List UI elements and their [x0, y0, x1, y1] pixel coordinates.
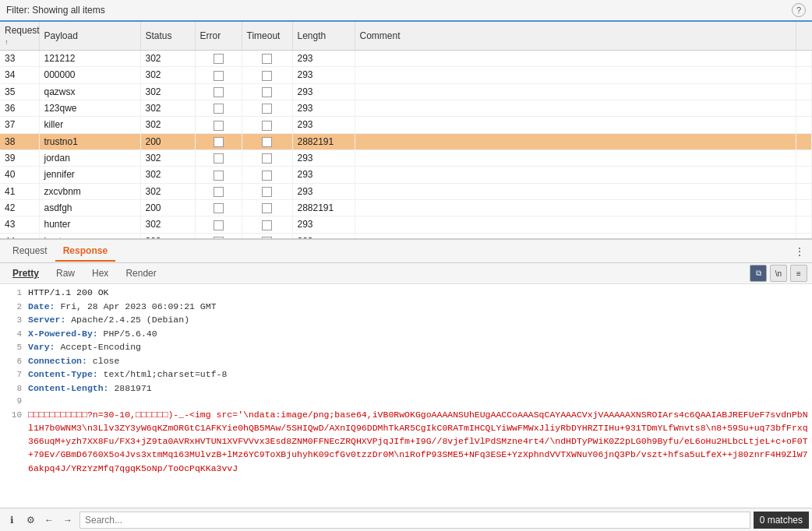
- sub-tab-pretty[interactable]: Pretty: [5, 266, 47, 281]
- checkbox[interactable]: [214, 220, 224, 230]
- sub-tab-raw[interactable]: Raw: [48, 266, 83, 281]
- cell-timeout[interactable]: [242, 216, 292, 233]
- table-row[interactable]: 35qazwsx302293: [0, 83, 812, 100]
- cell-error[interactable]: [195, 67, 242, 83]
- checkbox[interactable]: [262, 137, 272, 147]
- checkbox[interactable]: [214, 187, 224, 197]
- checkbox[interactable]: [214, 104, 224, 114]
- checkbox[interactable]: [262, 54, 272, 64]
- table-row[interactable]: 36123qwe302293: [0, 100, 812, 116]
- checkbox[interactable]: [214, 87, 224, 97]
- copy-icon-btn[interactable]: ⧉: [750, 265, 767, 282]
- checkbox[interactable]: [262, 87, 272, 97]
- checkbox[interactable]: [214, 171, 224, 181]
- cell-error[interactable]: [195, 51, 242, 67]
- response-line: 6Connection: close: [0, 354, 812, 368]
- tab-response[interactable]: Response: [55, 241, 115, 262]
- checkbox[interactable]: [262, 203, 272, 213]
- cell-payload: hunter: [39, 216, 140, 233]
- cell-length: 2882191: [292, 199, 355, 216]
- col-comment[interactable]: Comment: [355, 22, 796, 51]
- checkbox[interactable]: [214, 137, 224, 147]
- checkbox[interactable]: [262, 171, 272, 181]
- table-row[interactable]: 37killer302293: [0, 117, 812, 133]
- checkbox[interactable]: [262, 121, 272, 131]
- col-length[interactable]: Length: [292, 22, 355, 51]
- table-row[interactable]: 33121212302293: [0, 51, 812, 67]
- cell-error[interactable]: [195, 100, 242, 116]
- cell-timeout[interactable]: [242, 183, 292, 199]
- col-timeout[interactable]: Timeout: [242, 22, 292, 51]
- cell-length: 293: [292, 100, 355, 116]
- cell-timeout[interactable]: [242, 67, 292, 83]
- col-request[interactable]: Request ↑: [0, 22, 39, 51]
- response-line: 9: [0, 395, 812, 408]
- cell-timeout[interactable]: [242, 117, 292, 133]
- checkbox[interactable]: [214, 71, 224, 81]
- sub-tab-hex[interactable]: Hex: [84, 266, 116, 281]
- line-number: 5: [3, 341, 22, 354]
- table-row[interactable]: 40jennifer302293: [0, 167, 812, 183]
- checkbox[interactable]: [262, 71, 272, 81]
- table-row[interactable]: 34000000302293: [0, 67, 812, 83]
- col-error[interactable]: Error: [195, 22, 242, 51]
- cell-timeout[interactable]: [242, 133, 292, 149]
- tab-request[interactable]: Request: [5, 241, 55, 262]
- checkbox[interactable]: [214, 203, 224, 213]
- search-in-response-btn[interactable]: \n: [770, 265, 787, 282]
- cell-timeout[interactable]: [242, 233, 292, 240]
- checkbox[interactable]: [262, 153, 272, 164]
- cell-error[interactable]: [195, 167, 242, 183]
- checkbox[interactable]: [214, 237, 224, 240]
- table-row[interactable]: 44buster302293: [0, 233, 812, 240]
- cell-timeout[interactable]: [242, 83, 292, 100]
- filter-help-icon[interactable]: ?: [792, 3, 806, 17]
- line-number: 9: [3, 395, 22, 408]
- table-row[interactable]: 42asdfgh2002882191: [0, 199, 812, 216]
- table-row[interactable]: 41zxcvbnm302293: [0, 183, 812, 199]
- cell-timeout[interactable]: [242, 167, 292, 183]
- cell-error[interactable]: [195, 183, 242, 199]
- cell-error[interactable]: [195, 233, 242, 240]
- response-line: 10□□□□□□□□□□□?n=30-10,□□□□□□)-_-<img src…: [0, 408, 812, 475]
- col-status[interactable]: Status: [140, 22, 195, 51]
- cell-error[interactable]: [195, 133, 242, 149]
- info-icon[interactable]: ℹ: [3, 512, 20, 529]
- sub-tab-render[interactable]: Render: [118, 266, 164, 281]
- table-row[interactable]: 38trustno12002882191: [0, 133, 812, 149]
- cell-timeout[interactable]: [242, 149, 292, 166]
- checkbox[interactable]: [214, 153, 224, 164]
- sub-tab-bar: Pretty Raw Hex Render ⧉ \n ≡: [0, 263, 812, 284]
- checkbox[interactable]: [214, 121, 224, 131]
- cell-payload: qazwsx: [39, 83, 140, 100]
- checkbox[interactable]: [262, 187, 272, 197]
- cell-error[interactable]: [195, 149, 242, 166]
- cell-error[interactable]: [195, 199, 242, 216]
- cell-error[interactable]: [195, 83, 242, 100]
- table-row[interactable]: 43hunter302293: [0, 216, 812, 233]
- settings-gear-icon[interactable]: ⚙: [22, 512, 39, 529]
- settings-icon-btn[interactable]: ≡: [790, 265, 807, 282]
- checkbox[interactable]: [214, 54, 224, 64]
- table-row[interactable]: 39jordan302293: [0, 149, 812, 166]
- cell-error[interactable]: [195, 117, 242, 133]
- cell-extra: [796, 216, 812, 233]
- cell-timeout[interactable]: [242, 199, 292, 216]
- response-content: 1HTTP/1.1 200 OK2Date: Fri, 28 Apr 2023 …: [0, 284, 812, 508]
- cell-length: 293: [292, 149, 355, 166]
- checkbox[interactable]: [262, 237, 272, 240]
- back-icon[interactable]: ←: [41, 512, 58, 529]
- checkbox[interactable]: [262, 220, 272, 230]
- search-input[interactable]: [79, 512, 750, 529]
- col-payload[interactable]: Payload: [39, 22, 140, 51]
- cell-extra: [796, 133, 812, 149]
- cell-id: 44: [0, 233, 39, 240]
- panel-menu-icon[interactable]: ⋮: [792, 244, 807, 259]
- checkbox[interactable]: [262, 104, 272, 114]
- forward-icon[interactable]: →: [59, 512, 76, 529]
- cell-status: 302: [140, 67, 195, 83]
- cell-extra: [796, 183, 812, 199]
- cell-error[interactable]: [195, 216, 242, 233]
- cell-timeout[interactable]: [242, 51, 292, 67]
- cell-timeout[interactable]: [242, 100, 292, 116]
